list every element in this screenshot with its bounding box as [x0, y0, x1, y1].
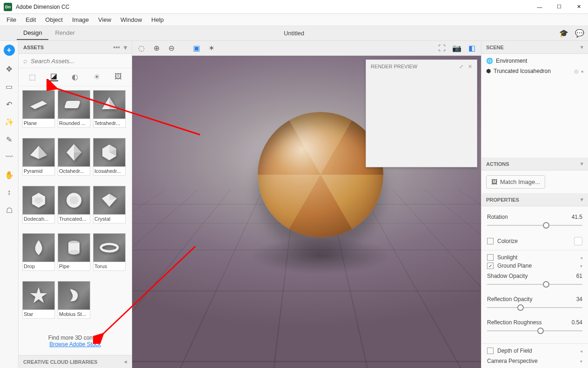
app-logo: Dn: [4, 3, 12, 11]
filter-models-icon[interactable]: ◪: [49, 72, 58, 81]
filter-materials-icon[interactable]: ◐: [70, 72, 80, 81]
assets-search[interactable]: ⌕: [19, 54, 132, 68]
asset-label: Pyramid: [22, 167, 55, 176]
asset-tetrahedron[interactable]: Tetrahedr...: [93, 90, 126, 135]
asset-pyramid[interactable]: Pyramid: [22, 138, 55, 183]
learn-icon[interactable]: 🎓: [559, 29, 568, 38]
feedback-icon[interactable]: 💬: [575, 29, 584, 38]
lasso-tool-icon[interactable]: 〰: [5, 152, 14, 162]
menu-file[interactable]: File: [2, 15, 21, 25]
actions-header: ACTIONS ▾: [481, 158, 588, 171]
rect-tool-icon[interactable]: ▭: [5, 82, 14, 91]
asset-crystal[interactable]: Crystal: [93, 186, 126, 231]
scene-row-environment[interactable]: 🌐 Environment: [481, 56, 588, 66]
search-input[interactable]: [31, 58, 127, 65]
depth-of-field-checkbox[interactable]: Depth of Field: [487, 348, 532, 354]
shadow-opacity-slider[interactable]: [487, 281, 582, 288]
filter-lights-icon[interactable]: ☀: [92, 72, 101, 81]
properties-menu-icon[interactable]: ▾: [581, 197, 583, 203]
asset-rounded[interactable]: Rounded ...: [58, 90, 90, 135]
reflection-opacity-slider[interactable]: [487, 304, 582, 311]
chevron-left-icon[interactable]: ◂: [581, 68, 583, 74]
asset-torus[interactable]: Torus: [93, 233, 126, 278]
hand-tool-icon[interactable]: ✋: [5, 170, 14, 179]
asset-star[interactable]: Star: [22, 281, 55, 326]
add-button[interactable]: +: [4, 45, 15, 56]
chevron-left-icon[interactable]: ◂: [580, 255, 582, 260]
render-preview-title: RENDER PREVIEW: [371, 64, 417, 69]
ground-plane-checkbox[interactable]: ✓Ground Plane: [487, 263, 532, 269]
left-toolbar: + ✥ ▭ ↶ ✨ ✎ 〰 ✋ ↕ ☖: [0, 41, 19, 368]
fullscreen-icon[interactable]: ⛶: [436, 43, 448, 54]
render-icon[interactable]: ◧: [466, 43, 477, 54]
environment-icon: 🌐: [486, 58, 493, 64]
chevron-down-icon[interactable]: ▾: [580, 359, 582, 364]
truncated-icosahedron-object[interactable]: [258, 112, 383, 237]
close-button[interactable]: ✕: [573, 1, 584, 13]
menu-image[interactable]: Image: [67, 15, 94, 25]
menu-window[interactable]: Window: [116, 15, 147, 25]
scene-row-label: Environment: [496, 58, 527, 64]
asset-mobius[interactable]: Mobius St...: [58, 281, 90, 326]
menu-object[interactable]: Object: [40, 15, 67, 25]
shadow-opacity-value[interactable]: 61: [576, 273, 582, 279]
asset-octahedron[interactable]: Octahedr...: [58, 138, 90, 183]
visibility-icon[interactable]: ◎: [574, 68, 579, 74]
match-image-button[interactable]: 🖼 Match Image...: [486, 175, 545, 189]
asset-icosahedron[interactable]: Icosahedr...: [93, 138, 126, 183]
menu-view[interactable]: View: [94, 15, 116, 25]
close-icon[interactable]: ✕: [468, 64, 472, 70]
assets-collapse-icon[interactable]: ▾: [124, 44, 127, 51]
menu-edit[interactable]: Edit: [21, 15, 40, 25]
assets-footer-text: Find more 3D content: [19, 335, 132, 341]
scene-menu-icon[interactable]: ▾: [581, 44, 583, 50]
snap-icon[interactable]: ✶: [206, 43, 217, 54]
colorize-checkbox[interactable]: Colorize: [487, 238, 518, 244]
wand-tool-icon[interactable]: ✨: [5, 117, 14, 126]
add-select-icon[interactable]: ⊕: [151, 43, 162, 54]
asset-dodecahedron[interactable]: Dodecah...: [22, 186, 55, 231]
asset-pipe[interactable]: Pipe: [58, 233, 90, 278]
chevron-down-icon[interactable]: ▾: [580, 263, 582, 269]
filter-images-icon[interactable]: 🖼: [114, 72, 123, 81]
filter-starter-icon[interactable]: ⬚: [27, 72, 37, 81]
select-mode-icon[interactable]: ◌: [136, 43, 147, 54]
reflection-roughness-slider[interactable]: [487, 328, 582, 334]
rotation-value[interactable]: 41.5: [572, 214, 582, 220]
eyedropper-tool-icon[interactable]: ✎: [5, 135, 14, 144]
scene-list: 🌐 Environment ⬢ Truncated Icosahedron ◎◂: [481, 54, 588, 78]
dolly-tool-icon[interactable]: ↕: [5, 188, 14, 197]
asset-truncated[interactable]: Truncated...: [58, 186, 90, 231]
remove-select-icon[interactable]: ⊖: [166, 43, 177, 54]
chevron-left-icon[interactable]: ◂: [580, 348, 582, 354]
asset-label: Star: [22, 310, 55, 319]
svg-marker-0: [30, 101, 47, 109]
horizon-tool-icon[interactable]: ☖: [5, 205, 14, 215]
asset-drop[interactable]: Drop: [22, 233, 55, 278]
tab-design[interactable]: Design: [17, 26, 48, 40]
colorize-swatch[interactable]: [574, 237, 582, 245]
rotation-slider[interactable]: [487, 222, 582, 229]
render-preview-panel[interactable]: RENDER PREVIEW ⤢ ✕: [366, 59, 477, 167]
browse-stock-link[interactable]: Browse Adobe Stock: [49, 341, 101, 348]
viewport[interactable]: RENDER PREVIEW ⤢ ✕: [132, 56, 481, 368]
undo-icon[interactable]: ↶: [5, 99, 14, 109]
asset-label: Octahedr...: [58, 167, 90, 176]
minimize-button[interactable]: —: [534, 1, 545, 13]
cc-libraries-header[interactable]: CREATIVE CLOUD LIBRARIES ◂: [19, 355, 132, 368]
scene-row-object[interactable]: ⬢ Truncated Icosahedron ◎◂: [481, 66, 588, 76]
reflection-opacity-value[interactable]: 34: [576, 296, 582, 302]
menu-help[interactable]: Help: [147, 15, 168, 25]
asset-plane[interactable]: Plane: [22, 90, 55, 135]
reflection-roughness-value[interactable]: 0.54: [572, 319, 582, 326]
frame-icon[interactable]: ▣: [191, 43, 202, 54]
maximize-button[interactable]: ☐: [554, 1, 565, 13]
assets-menu-icon[interactable]: •••: [113, 44, 120, 51]
asset-label: Crystal: [93, 215, 126, 223]
select-tool-icon[interactable]: ✥: [5, 64, 14, 73]
expand-icon[interactable]: ⤢: [459, 64, 463, 70]
tab-render[interactable]: Render: [48, 26, 81, 40]
actions-menu-icon[interactable]: ▾: [581, 161, 583, 167]
camera-icon[interactable]: 📷: [451, 43, 462, 54]
sunlight-checkbox[interactable]: Sunlight: [487, 254, 517, 261]
